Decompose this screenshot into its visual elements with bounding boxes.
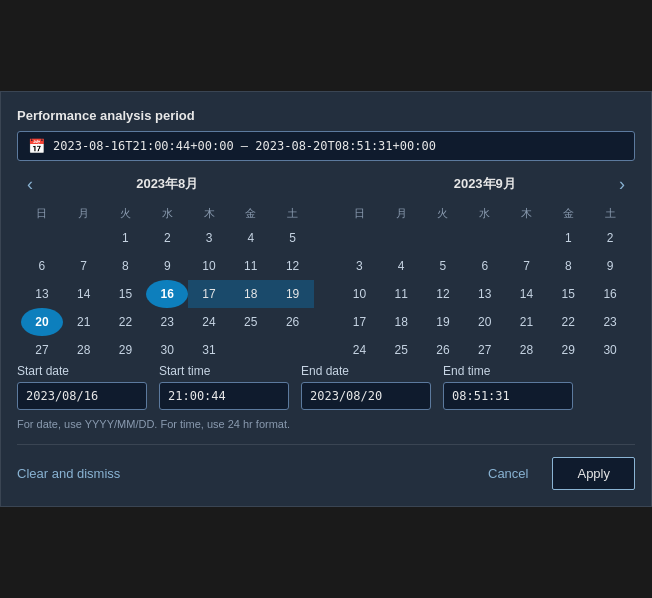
table-row[interactable]: 22	[105, 308, 147, 336]
table-row[interactable]: 2	[589, 224, 631, 252]
weekday-sun-sep: 日	[339, 203, 381, 224]
table-row[interactable]: 10	[339, 280, 381, 308]
end-date-input[interactable]	[301, 382, 431, 410]
table-row[interactable]: 8	[105, 252, 147, 280]
weekday-mon-aug: 月	[63, 203, 105, 224]
august-month-label: 2023年8月	[136, 175, 198, 193]
weekday-fri-sep: 金	[547, 203, 589, 224]
table-row	[380, 224, 422, 252]
table-row[interactable]: 1	[105, 224, 147, 252]
table-row[interactable]: 12	[422, 280, 464, 308]
table-row	[422, 224, 464, 252]
table-row[interactable]: 29	[105, 336, 147, 364]
table-row[interactable]: 31	[188, 336, 230, 364]
table-row[interactable]: 18	[380, 308, 422, 336]
calendar-august: ‹ 2023年8月 日 月 火 水 木 金 土	[17, 175, 318, 364]
weekday-sat-sep: 土	[589, 203, 631, 224]
date-range-display[interactable]: 📅 2023-08-16T21:00:44+00:00 — 2023-08-20…	[17, 131, 635, 161]
table-row[interactable]: 30	[589, 336, 631, 364]
table-row[interactable]: 12	[272, 252, 314, 280]
table-row[interactable]: 23	[589, 308, 631, 336]
start-date-input[interactable]	[17, 382, 147, 410]
table-row[interactable]: 29	[547, 336, 589, 364]
table-row[interactable]: 14	[63, 280, 105, 308]
table-row[interactable]: 7	[506, 252, 548, 280]
table-row[interactable]: 13	[464, 280, 506, 308]
footer-right: Cancel Apply	[476, 457, 635, 490]
table-row	[464, 224, 506, 252]
table-row[interactable]: 7	[63, 252, 105, 280]
table-row[interactable]: 14	[506, 280, 548, 308]
table-row[interactable]: 25	[380, 336, 422, 364]
table-row[interactable]: 11	[230, 252, 272, 280]
table-row[interactable]: 25	[230, 308, 272, 336]
table-row[interactable]: 23	[146, 308, 188, 336]
table-row[interactable]: 17	[188, 280, 230, 308]
end-time-label: End time	[443, 364, 573, 378]
table-row[interactable]: 21	[63, 308, 105, 336]
cancel-button[interactable]: Cancel	[476, 458, 540, 489]
date-picker-panel: Performance analysis period 📅 2023-08-16…	[0, 91, 652, 507]
start-time-group: Start time	[159, 364, 289, 410]
date-range-value: 2023-08-16T21:00:44+00:00 — 2023-08-20T0…	[53, 139, 436, 153]
table-row[interactable]: 27	[464, 336, 506, 364]
table-row[interactable]: 8	[547, 252, 589, 280]
panel-title: Performance analysis period	[17, 108, 635, 123]
day-20-end[interactable]: 20	[21, 308, 63, 336]
weekday-tue-sep: 火	[422, 203, 464, 224]
table-row[interactable]: 26	[422, 336, 464, 364]
table-row[interactable]: 28	[506, 336, 548, 364]
weekday-thu-aug: 木	[188, 203, 230, 224]
table-row[interactable]: 11	[380, 280, 422, 308]
start-date-label: Start date	[17, 364, 147, 378]
table-row[interactable]: 6	[21, 252, 63, 280]
table-row[interactable]: 28	[63, 336, 105, 364]
table-row	[21, 224, 63, 252]
table-row[interactable]: 15	[105, 280, 147, 308]
table-row[interactable]: 5	[272, 224, 314, 252]
start-date-group: Start date	[17, 364, 147, 410]
table-row[interactable]: 5	[422, 252, 464, 280]
table-row[interactable]: 6	[464, 252, 506, 280]
table-row[interactable]: 19	[422, 308, 464, 336]
table-row[interactable]: 9	[146, 252, 188, 280]
table-row	[339, 224, 381, 252]
end-date-group: End date	[301, 364, 431, 410]
table-row[interactable]: 13	[21, 280, 63, 308]
table-row[interactable]: 4	[230, 224, 272, 252]
table-row[interactable]: 24	[188, 308, 230, 336]
table-row[interactable]: 3	[339, 252, 381, 280]
clear-button[interactable]: Clear and dismiss	[17, 458, 120, 489]
table-row[interactable]: 24	[339, 336, 381, 364]
day-16-start[interactable]: 16	[146, 280, 188, 308]
calendar-september: 2023年9月 › 日 月 火 水 木 金 土	[335, 175, 636, 364]
september-grid: 日 月 火 水 木 金 土	[339, 203, 632, 364]
weekday-sun-aug: 日	[21, 203, 63, 224]
table-row[interactable]: 30	[146, 336, 188, 364]
table-row	[230, 336, 272, 364]
table-row[interactable]: 18	[230, 280, 272, 308]
table-row[interactable]: 22	[547, 308, 589, 336]
table-row[interactable]: 27	[21, 336, 63, 364]
table-row[interactable]: 3	[188, 224, 230, 252]
august-grid: 日 月 火 水 木 金 土 1 2 3	[21, 203, 314, 364]
table-row[interactable]: 2	[146, 224, 188, 252]
table-row[interactable]: 9	[589, 252, 631, 280]
table-row[interactable]: 4	[380, 252, 422, 280]
prev-month-button[interactable]: ‹	[21, 173, 39, 195]
table-row[interactable]: 19	[272, 280, 314, 308]
table-row[interactable]: 26	[272, 308, 314, 336]
table-row[interactable]: 16	[589, 280, 631, 308]
table-row[interactable]: 17	[339, 308, 381, 336]
table-row[interactable]: 1	[547, 224, 589, 252]
start-time-input[interactable]	[159, 382, 289, 410]
end-time-input[interactable]	[443, 382, 573, 410]
table-row[interactable]: 21	[506, 308, 548, 336]
apply-button[interactable]: Apply	[552, 457, 635, 490]
next-month-button[interactable]: ›	[613, 173, 631, 195]
format-hint: For date, use YYYY/MM/DD. For time, use …	[17, 418, 635, 430]
table-row[interactable]: 20	[464, 308, 506, 336]
september-month-label: 2023年9月	[454, 175, 516, 193]
table-row[interactable]: 10	[188, 252, 230, 280]
table-row[interactable]: 15	[547, 280, 589, 308]
